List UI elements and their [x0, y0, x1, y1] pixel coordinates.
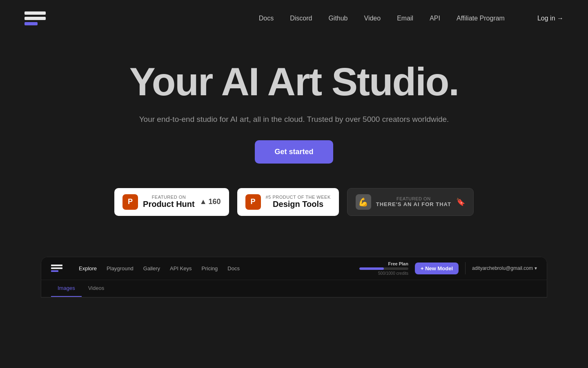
free-plan-info: Free Plan 500/1000 credits — [359, 261, 408, 276]
nav-github[interactable]: Github — [328, 15, 347, 22]
product-hunt-text: FEATURED ON Product Hunt — [143, 195, 195, 209]
nav-discord[interactable]: Discord — [290, 15, 312, 22]
design-tools-icon: P — [245, 194, 261, 210]
hero-subheadline: Your end-to-end studio for AI art, all i… — [8, 115, 580, 124]
hero-headline: Your AI Art Studio. — [8, 61, 580, 103]
credits-text: 500/1000 credits — [378, 271, 408, 276]
bookmark-icon: 🔖 — [456, 197, 465, 206]
there-ai-text: FEATURED ON THERE'S AN AI FOR THAT — [376, 196, 451, 207]
app-nav-explore[interactable]: Explore — [79, 265, 97, 272]
there-ai-title: THERE'S AN AI FOR THAT — [376, 201, 451, 207]
app-nav: Explore Playground Gallery API Keys Pric… — [79, 265, 240, 272]
login-button[interactable]: Log in → — [537, 15, 564, 22]
free-plan-label: Free Plan — [388, 261, 408, 266]
there-ai-badge[interactable]: 💪 FEATURED ON THERE'S AN AI FOR THAT 🔖 — [347, 188, 474, 216]
main-nav: Docs Discord Github Video Email API Affi… — [259, 15, 505, 22]
there-ai-label: FEATURED ON — [376, 196, 451, 201]
app-nav-playground[interactable]: Playground — [107, 265, 134, 272]
app-tabs: Images Videos — [41, 280, 547, 297]
product-hunt-label: FEATURED ON — [143, 195, 195, 200]
logo[interactable] — [24, 11, 46, 25]
product-hunt-title: Product Hunt — [143, 200, 195, 209]
new-model-button[interactable]: + New Model — [415, 263, 459, 274]
credits-bar — [359, 267, 408, 270]
app-nav-api-keys[interactable]: API Keys — [170, 265, 192, 272]
design-tools-label: #5 PRODUCT OF THE WEEK — [266, 195, 331, 200]
app-nav-gallery[interactable]: Gallery — [143, 265, 160, 272]
site-header: Docs Discord Github Video Email API Affi… — [0, 0, 588, 37]
get-started-button[interactable]: Get started — [255, 140, 333, 164]
tab-videos[interactable]: Videos — [82, 280, 111, 297]
product-hunt-badge[interactable]: P FEATURED ON Product Hunt ▲ 160 — [114, 188, 229, 216]
user-email[interactable]: adityarchebrolu@gmail.com ▾ — [472, 265, 537, 271]
credits-bar-fill — [359, 267, 384, 270]
app-header-right: Free Plan 500/1000 credits + New Model a… — [359, 261, 537, 276]
logo-bar-1 — [24, 11, 46, 15]
logo-bar-3 — [24, 22, 38, 25]
app-header: Explore Playground Gallery API Keys Pric… — [41, 257, 547, 280]
hero-section: Your AI Art Studio. Your end-to-end stud… — [0, 37, 588, 257]
logo-bar-2 — [24, 17, 46, 20]
design-tools-title: Design Tools — [266, 200, 331, 209]
nav-affiliate[interactable]: Affiliate Program — [457, 15, 505, 22]
app-logo — [51, 265, 62, 272]
design-tools-text: #5 PRODUCT OF THE WEEK Design Tools — [266, 195, 331, 209]
design-tools-badge[interactable]: P #5 PRODUCT OF THE WEEK Design Tools — [237, 188, 339, 216]
product-hunt-icon: P — [122, 194, 138, 210]
badges-row: P FEATURED ON Product Hunt ▲ 160 P #5 PR… — [8, 188, 580, 216]
nav-video[interactable]: Video — [364, 15, 381, 22]
app-nav-pricing[interactable]: Pricing — [202, 265, 218, 272]
tab-images[interactable]: Images — [51, 280, 82, 297]
app-preview: Explore Playground Gallery API Keys Pric… — [41, 257, 547, 298]
there-ai-icon: 💪 — [356, 194, 371, 210]
nav-email[interactable]: Email — [397, 15, 413, 22]
divider — [465, 262, 466, 274]
nav-docs[interactable]: Docs — [259, 15, 274, 22]
app-nav-docs[interactable]: Docs — [227, 265, 240, 272]
nav-api[interactable]: API — [430, 15, 440, 22]
product-hunt-count: ▲ 160 — [200, 197, 221, 206]
